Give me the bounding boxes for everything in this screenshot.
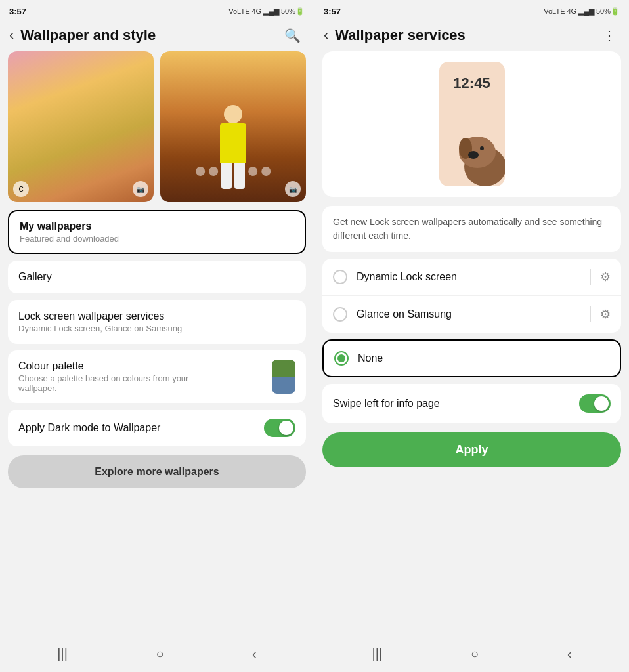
palette-title: Colour palette (18, 360, 189, 372)
radio-dynamic[interactable]: Dynamic Lock screen ⚙ (322, 259, 621, 296)
lock-screen-services-text: Lock screen wallpaper services Dynamic L… (18, 310, 182, 333)
dark-mode-toggle[interactable] (264, 419, 295, 437)
status-time-right: 3:57 (324, 7, 341, 16)
gallery-item[interactable]: Gallery (8, 261, 306, 293)
status-icons-left: VoLTE 4G ▂▄▆ 50%🔋 (228, 7, 305, 16)
home-nav-icon-left[interactable]: ○ (156, 646, 163, 662)
preview-container: 12:45 (322, 51, 621, 197)
header-left: ‹ Wallpaper and style 🔍 (0, 21, 314, 51)
swipe-toggle-knob (594, 396, 609, 411)
swatch-blue (272, 377, 295, 394)
palette-swatch (272, 360, 295, 394)
volte-icon-r: VoLTE (544, 7, 565, 15)
swipe-info-toggle[interactable] (579, 394, 611, 413)
status-icons-right: VoLTE 4G ▂▄▆ 50%🔋 (544, 7, 620, 16)
gear-icon-glance[interactable]: ⚙ (600, 307, 611, 322)
explore-button[interactable]: Explore more wallpapers (8, 455, 306, 488)
status-bar-right: 3:57 VoLTE 4G ▂▄▆ 50%🔋 (314, 0, 629, 21)
description-text: Get new Lock screen wallpapers automatic… (322, 206, 621, 252)
radio-label-none: None (358, 352, 609, 364)
back-nav-icon-right[interactable]: ‹ (567, 646, 572, 662)
radio-label-dynamic: Dynamic Lock screen (357, 271, 581, 283)
dog-illustration (452, 121, 505, 186)
radio-glance[interactable]: Glance on Samsung ⚙ (322, 296, 621, 333)
wallpaper-thumb-1[interactable]: C 📷 (8, 51, 154, 202)
dark-mode-label: Apply Dark mode to Wallpaper (18, 422, 160, 434)
status-time-left: 3:57 (9, 7, 26, 16)
status-bar-left: 3:57 VoLTE 4G ▂▄▆ 50%🔋 (0, 0, 314, 21)
menu-nav-icon-left[interactable]: ||| (57, 646, 68, 662)
my-wallpapers-card[interactable]: My wallpapers Featured and downloaded (8, 210, 306, 254)
signal-4g-icon-r: 4G (567, 7, 576, 15)
phone-preview: 12:45 (439, 62, 505, 186)
my-wallpapers-title: My wallpapers (20, 220, 294, 232)
content-left: C 📷 (0, 51, 314, 639)
palette-text: Colour palette Choose a palette based on… (18, 360, 189, 393)
divider-dynamic (590, 269, 591, 285)
palette-subtitle: Choose a palette based on colours from y… (18, 373, 189, 393)
page-title-left: Wallpaper and style (20, 27, 280, 44)
signal-bars-icon: ▂▄▆ (263, 7, 279, 16)
wallpaper-thumb-2[interactable]: 📷 (160, 51, 306, 202)
radio-none[interactable]: None (322, 339, 621, 377)
lock-screen-services-subtitle: Dynamic Lock screen, Glance on Samsung (18, 324, 182, 333)
battery-icon: 50%🔋 (281, 7, 305, 16)
colour-palette-card[interactable]: Colour palette Choose a palette based on… (8, 350, 306, 403)
radio-circle-dynamic[interactable] (333, 270, 347, 284)
content-right: 12:45 Get new Lock screen wallpapers aut… (314, 51, 629, 639)
wallpaper-previews[interactable]: C 📷 (8, 51, 306, 202)
lock-screen-services-item[interactable]: Lock screen wallpaper services Dynamic L… (8, 300, 306, 344)
signal-bars-icon-r: ▂▄▆ (578, 7, 594, 16)
menu-nav-icon-right[interactable]: ||| (372, 646, 382, 662)
bottom-nav-right: ||| ○ ‹ (314, 639, 629, 672)
my-wallpapers-subtitle: Featured and downloaded (20, 234, 294, 243)
back-button-left[interactable]: ‹ (9, 28, 14, 43)
bottom-nav-left: ||| ○ ‹ (0, 639, 314, 672)
header-right: ‹ Wallpaper services ⋮ (314, 21, 629, 51)
camera-icon: 📷 (133, 181, 148, 197)
radio-circle-glance[interactable] (333, 307, 347, 322)
preview-clock: 12:45 (453, 75, 490, 92)
radio-options-card: Dynamic Lock screen ⚙ Glance on Samsung … (322, 259, 621, 333)
back-nav-icon-left[interactable]: ‹ (252, 646, 257, 662)
radio-label-glance: Glance on Samsung (357, 308, 581, 320)
signal-4g-icon: 4G (251, 7, 261, 15)
apply-button[interactable]: Apply (322, 432, 621, 467)
more-options-icon[interactable]: ⋮ (599, 26, 620, 45)
search-icon-left[interactable]: 🔍 (280, 26, 305, 45)
camera-icon-2: 📷 (285, 181, 301, 197)
back-button-right[interactable]: ‹ (324, 28, 328, 43)
swipe-info-label: Swipe left for info page (333, 398, 440, 410)
svg-point-4 (480, 146, 484, 150)
home-nav-icon-right[interactable]: ○ (471, 646, 479, 662)
divider-glance (590, 306, 591, 322)
radio-circle-none[interactable] (334, 351, 349, 366)
volte-icon: VoLTE (228, 7, 249, 15)
lock-screen-services-title: Lock screen wallpaper services (18, 310, 182, 322)
page-title-right: Wallpaper services (335, 27, 599, 44)
swipe-info-toggle-row[interactable]: Swipe left for info page (322, 384, 621, 423)
swatch-green (272, 360, 295, 377)
dark-mode-toggle-row[interactable]: Apply Dark mode to Wallpaper (8, 410, 306, 446)
gear-icon-dynamic[interactable]: ⚙ (600, 270, 611, 284)
gallery-title: Gallery (18, 271, 295, 283)
left-panel: 3:57 VoLTE 4G ▂▄▆ 50%🔋 ‹ Wallpaper and s… (0, 0, 314, 672)
toggle-knob (279, 421, 293, 435)
c-label-icon: C (13, 181, 29, 197)
right-panel: 3:57 VoLTE 4G ▂▄▆ 50%🔋 ‹ Wallpaper servi… (314, 0, 629, 672)
person-figure (220, 105, 246, 189)
battery-icon-r: 50%🔋 (596, 7, 620, 16)
svg-point-3 (468, 151, 479, 159)
